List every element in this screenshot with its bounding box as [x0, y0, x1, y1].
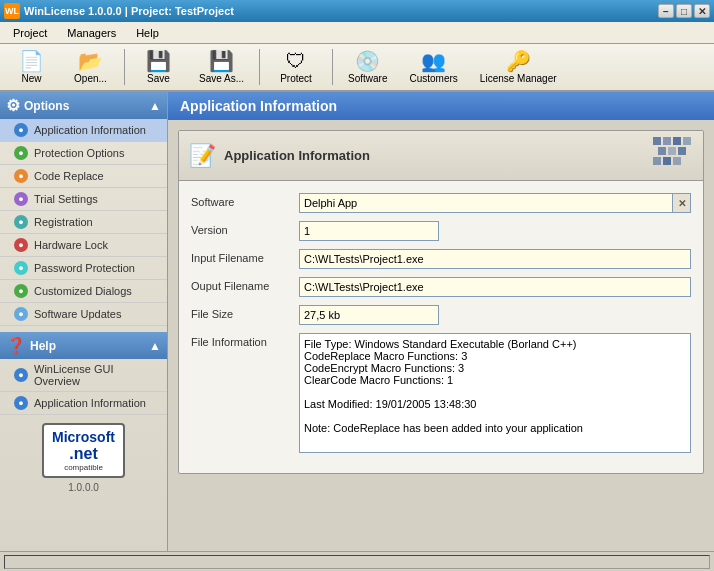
input-filename-input[interactable]: [299, 249, 691, 269]
sidebar-label-protection-options: Protection Options: [34, 147, 125, 159]
dotnet-logo: Microsoft: [52, 429, 115, 445]
protect-icon: 🛡: [286, 51, 306, 71]
help-section-header[interactable]: ❓ Help ▲: [0, 332, 167, 359]
input-filename-row: Input Filename: [191, 249, 691, 269]
software-icon: 💿: [355, 51, 380, 71]
version-label: Version: [191, 221, 291, 236]
toolbar-protect-button[interactable]: 🛡 Protect: [266, 47, 326, 87]
sidebar-label-trial-settings: Trial Settings: [34, 193, 98, 205]
sidebar-label-application-info: Application Information: [34, 124, 146, 136]
file-size-input[interactable]: [299, 305, 439, 325]
options-section-header[interactable]: ⚙ Options ▲: [0, 92, 167, 119]
save-icon: 💾: [146, 51, 171, 71]
svg-rect-1: [663, 137, 671, 145]
software-input[interactable]: [299, 193, 673, 213]
dot-icon: ●: [14, 123, 28, 137]
sidebar-item-software-updates[interactable]: ● Software Updates: [0, 303, 167, 326]
svg-rect-3: [683, 137, 691, 145]
menu-help[interactable]: Help: [127, 24, 168, 42]
sidebar-item-trial-settings[interactable]: ● Trial Settings: [0, 188, 167, 211]
status-text: [4, 555, 710, 569]
svg-rect-7: [653, 157, 661, 165]
panel-header-decorative-icon: [653, 137, 693, 174]
sidebar-label-password-protection: Password Protection: [34, 262, 135, 274]
maximize-button[interactable]: □: [676, 4, 692, 18]
sidebar-item-winlicense-gui[interactable]: ● WinLicense GUI Overview: [0, 359, 167, 392]
output-filename-label: Ouput Filename: [191, 277, 291, 292]
output-filename-row: Ouput Filename: [191, 277, 691, 297]
dotnet-compat: compatible: [52, 463, 115, 472]
sidebar-label-customized-dialogs: Customized Dialogs: [34, 285, 132, 297]
version-input[interactable]: [299, 221, 439, 241]
toolbar-save-button[interactable]: 💾 Save: [131, 47, 186, 87]
options-collapse-icon: ▲: [149, 99, 161, 113]
sidebar-item-code-replace[interactable]: ● Code Replace: [0, 165, 167, 188]
dot-icon: ●: [14, 396, 28, 410]
panel-header: 📝 Application Information: [179, 131, 703, 181]
dot-icon: ●: [14, 368, 28, 382]
sidebar-item-registration[interactable]: ● Registration: [0, 211, 167, 234]
dot-icon: ●: [14, 284, 28, 298]
titlebar-left: WL WinLicense 1.0.0.0 | Project: TestPro…: [4, 3, 234, 19]
saveas-icon: 💾: [209, 51, 234, 71]
svg-rect-4: [658, 147, 666, 155]
toolbar-divider-2: [259, 49, 260, 85]
options-icon: ⚙: [6, 96, 20, 115]
sidebar-item-password-protection[interactable]: ● Password Protection: [0, 257, 167, 280]
statusbar: [0, 551, 714, 571]
toolbar-new-button[interactable]: 📄 New: [4, 47, 59, 87]
toolbar-open-button[interactable]: 📂 Open...: [63, 47, 118, 87]
file-size-row: File Size: [191, 305, 691, 325]
sidebar-item-customized-dialogs[interactable]: ● Customized Dialogs: [0, 280, 167, 303]
menubar: Project Managers Help: [0, 22, 714, 44]
output-filename-input[interactable]: [299, 277, 691, 297]
toolbar-divider-3: [332, 49, 333, 85]
app-info-panel: 📝 Application Information: [178, 130, 704, 474]
sidebar-label-app-info-help: Application Information: [34, 397, 146, 409]
file-size-label: File Size: [191, 305, 291, 320]
menu-managers[interactable]: Managers: [58, 24, 125, 42]
customers-icon: 👥: [421, 51, 446, 71]
software-clear-button[interactable]: ✕: [673, 193, 691, 213]
toolbar-save-label: Save: [147, 73, 170, 84]
sidebar-item-app-info-help[interactable]: ● Application Information: [0, 392, 167, 415]
toolbar-software-button[interactable]: 💿 Software: [339, 47, 396, 87]
sidebar-item-protection-options[interactable]: ● Protection Options: [0, 142, 167, 165]
help-icon: ❓: [6, 336, 26, 355]
new-icon: 📄: [19, 51, 44, 71]
toolbar-protect-label: Protect: [280, 73, 312, 84]
menu-project[interactable]: Project: [4, 24, 56, 42]
app-icon: WL: [4, 3, 20, 19]
svg-rect-2: [673, 137, 681, 145]
sidebar-item-application-info[interactable]: ● Application Information: [0, 119, 167, 142]
svg-rect-8: [663, 157, 671, 165]
panel-header-title: Application Information: [224, 148, 370, 163]
toolbar-saveas-button[interactable]: 💾 Save As...: [190, 47, 253, 87]
sidebar-label-software-updates: Software Updates: [34, 308, 121, 320]
sidebar-item-hardware-lock[interactable]: ● Hardware Lock: [0, 234, 167, 257]
file-info-textarea[interactable]: [299, 333, 691, 453]
sidebar-label-registration: Registration: [34, 216, 93, 228]
svg-rect-9: [673, 157, 681, 165]
dotnet-text: .net: [52, 445, 115, 463]
minimize-button[interactable]: −: [658, 4, 674, 18]
toolbar-customers-label: Customers: [410, 73, 458, 84]
titlebar: WL WinLicense 1.0.0.0 | Project: TestPro…: [0, 0, 714, 22]
dot-icon: ●: [14, 192, 28, 206]
options-section-label: Options: [24, 99, 69, 113]
software-row: Software ✕: [191, 193, 691, 213]
toolbar-new-label: New: [21, 73, 41, 84]
close-button[interactable]: ✕: [694, 4, 710, 18]
sidebar: ⚙ Options ▲ ● Application Information ● …: [0, 92, 168, 551]
svg-rect-5: [668, 147, 676, 155]
toolbar-licensemanager-label: License Manager: [480, 73, 557, 84]
toolbar-licensemanager-button[interactable]: 🔑 License Manager: [471, 47, 566, 87]
toolbar-software-label: Software: [348, 73, 387, 84]
dot-icon: ●: [14, 261, 28, 275]
version-label: 1.0.0.0: [8, 482, 159, 493]
panel-header-icon: 📝: [189, 143, 216, 169]
licensemanager-icon: 🔑: [506, 51, 531, 71]
toolbar-divider-1: [124, 49, 125, 85]
help-collapse-icon: ▲: [149, 339, 161, 353]
toolbar-customers-button[interactable]: 👥 Customers: [401, 47, 467, 87]
